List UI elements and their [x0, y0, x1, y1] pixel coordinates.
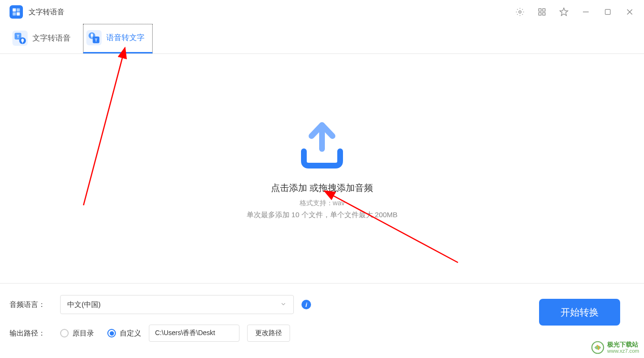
language-select[interactable]: 中文(中国): [60, 295, 294, 314]
grid-icon[interactable]: [537, 7, 547, 17]
svg-rect-1: [17, 12, 20, 16]
svg-marker-9: [560, 8, 568, 16]
output-radio-group: 原目录 自定义: [60, 329, 141, 338]
upload-icon: [293, 118, 351, 172]
star-icon[interactable]: [559, 7, 569, 17]
output-label: 输出路径：: [10, 329, 52, 338]
svg-rect-5: [539, 9, 541, 11]
drop-format-text: 格式支持：wav: [300, 199, 345, 208]
svg-rect-11: [605, 10, 611, 15]
tab-speech-to-text[interactable]: T 语音转文字: [83, 24, 153, 53]
svg-rect-3: [13, 12, 16, 16]
svg-rect-0: [13, 9, 16, 12]
drop-zone[interactable]: 点击添加 或拖拽添加音频 格式支持：wav 单次最多添加 10 个文件，单个文件…: [0, 54, 644, 283]
output-path-input[interactable]: C:\Users\香香\Deskt: [149, 325, 239, 342]
tab-text-to-speech[interactable]: T 文字转语音: [10, 24, 78, 53]
change-path-label: 更改路径: [255, 329, 282, 337]
svg-rect-2: [17, 9, 20, 12]
radio-original-label: 原目录: [73, 329, 94, 338]
output-row: 输出路径： 原目录 自定义 C:\Users\香香\Deskt 更改路径: [10, 325, 634, 342]
stt-icon: T: [86, 30, 102, 45]
svg-rect-8: [543, 13, 545, 15]
tab-tts-label: 文字转语音: [32, 33, 71, 43]
start-convert-button[interactable]: 开始转换: [539, 299, 620, 326]
svg-rect-17: [21, 39, 24, 42]
titlebar: 文字转语音: [0, 0, 644, 24]
tts-icon: T: [12, 31, 28, 46]
app-logo-icon: [10, 5, 23, 19]
tabs: T 文字转语音 T 语音转文字: [0, 24, 644, 54]
chevron-down-icon: [280, 301, 287, 309]
radio-circle-checked-icon: [107, 329, 116, 337]
tab-stt-label: 语音转文字: [106, 33, 145, 43]
svg-rect-6: [543, 9, 545, 11]
radio-custom-dir[interactable]: 自定义: [107, 329, 141, 338]
close-icon[interactable]: [625, 7, 634, 17]
output-path-value: C:\Users\香香\Deskt: [155, 329, 215, 337]
settings-bar: 音频语言： 中文(中国) i 输出路径： 原目录 自定义 C:\Users\香香…: [0, 283, 644, 353]
language-label: 音频语言：: [10, 300, 52, 309]
settings-icon[interactable]: [515, 7, 525, 17]
convert-label: 开始转换: [561, 306, 599, 319]
radio-circle-unchecked-icon: [60, 329, 69, 337]
minimize-icon[interactable]: [581, 7, 591, 17]
titlebar-controls: [515, 7, 634, 17]
change-path-button[interactable]: 更改路径: [247, 325, 290, 342]
info-icon[interactable]: i: [301, 300, 311, 309]
svg-text:T: T: [95, 38, 98, 42]
maximize-icon[interactable]: [603, 7, 613, 17]
titlebar-left: 文字转语音: [10, 5, 64, 19]
drop-main-text: 点击添加 或拖拽添加音频: [271, 182, 373, 194]
svg-text:T: T: [17, 34, 20, 39]
language-value: 中文(中国): [67, 300, 101, 309]
svg-rect-7: [539, 13, 541, 15]
radio-original-dir[interactable]: 原目录: [60, 329, 94, 338]
app-title: 文字转语音: [29, 8, 64, 17]
svg-point-4: [519, 11, 521, 13]
svg-rect-20: [91, 33, 93, 37]
drop-limit-text: 单次最多添加 10 个文件，单个文件最大 200MB: [247, 211, 398, 220]
radio-custom-label: 自定义: [120, 329, 141, 338]
